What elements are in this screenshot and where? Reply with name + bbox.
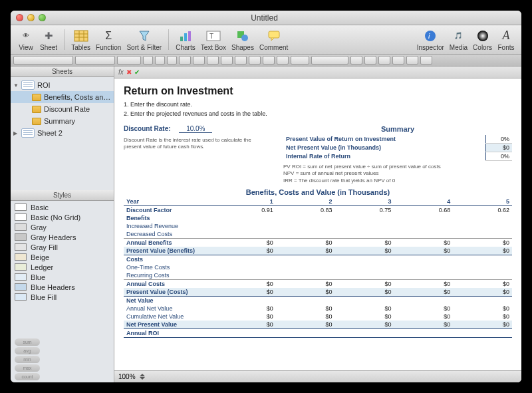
table-row[interactable]: Net Present Value$0$0$0$0$0 bbox=[124, 321, 512, 329]
pill-max[interactable]: max bbox=[15, 364, 40, 372]
pill-avg[interactable]: avg bbox=[15, 347, 40, 354]
style-swatch-icon bbox=[15, 223, 27, 231]
table-row[interactable]: Decreased Costs bbox=[124, 230, 512, 239]
toolbar: 👁View ➕Sheet Tables ΣFunction Sort & Fil… bbox=[11, 25, 521, 55]
formula-bar[interactable]: fx ✖ ✔ bbox=[114, 66, 521, 78]
valign-middle-button[interactable] bbox=[263, 56, 275, 65]
style-swatch-icon bbox=[15, 263, 27, 271]
close-icon[interactable] bbox=[16, 14, 23, 21]
table-row[interactable]: Net Value bbox=[124, 297, 512, 305]
titlebar[interactable]: Untitled bbox=[11, 11, 521, 25]
minimize-icon[interactable] bbox=[27, 14, 35, 21]
table-row[interactable]: Present Value (Benefits)$0$0$0$0$0 bbox=[124, 247, 512, 255]
sheet-icon bbox=[21, 128, 35, 138]
align-justify-button[interactable] bbox=[235, 56, 247, 65]
comment-button[interactable]: Comment bbox=[257, 27, 291, 53]
table-discount-rate[interactable]: Discount Rate bbox=[11, 103, 114, 115]
table-row[interactable]: Recurring Costs bbox=[124, 271, 512, 280]
italic-button[interactable] bbox=[155, 56, 165, 65]
main-table[interactable]: Year12345Discount Factor0.910.830.750.68… bbox=[124, 197, 512, 338]
style-beige[interactable]: Beige bbox=[11, 252, 114, 262]
style-basic[interactable]: Basic bbox=[11, 202, 114, 212]
sheet-roi[interactable]: ▼ROI bbox=[11, 79, 114, 91]
style-swatch-icon bbox=[15, 273, 27, 281]
sheet-icon bbox=[21, 80, 35, 90]
number-format-select[interactable] bbox=[311, 56, 348, 65]
table-row[interactable]: Increased Revenue bbox=[124, 222, 512, 230]
textbox-button[interactable]: TText Box bbox=[198, 27, 229, 53]
style-basic-no-grid-[interactable]: Basic (No Grid) bbox=[11, 212, 114, 222]
underline-button[interactable] bbox=[167, 56, 177, 65]
table-summary[interactable]: Summary bbox=[11, 115, 114, 127]
zoom-icon[interactable] bbox=[39, 14, 46, 21]
valign-top-button[interactable] bbox=[249, 56, 261, 65]
table-row[interactable]: Discount Factor0.910.830.750.680.62 bbox=[124, 206, 512, 215]
table-row[interactable]: Annual ROI bbox=[124, 329, 512, 338]
font-family-select[interactable] bbox=[13, 56, 73, 65]
border-button[interactable] bbox=[364, 56, 376, 65]
table-row[interactable]: Annual Net Value$0$0$0$0$0 bbox=[124, 305, 512, 313]
fill-color-button[interactable] bbox=[350, 56, 362, 65]
pill-count[interactable]: count bbox=[15, 373, 40, 380]
table-benefits-costs[interactable]: Benefits, Costs an… bbox=[11, 91, 114, 103]
page-title: Return on Investment bbox=[124, 85, 512, 97]
shapes-button[interactable]: Shapes bbox=[229, 27, 257, 53]
sheet-button[interactable]: ➕Sheet bbox=[37, 27, 60, 53]
style-swatch-icon bbox=[15, 213, 27, 221]
table-row[interactable]: Benefits bbox=[124, 214, 512, 222]
align-center-button[interactable] bbox=[207, 56, 219, 65]
table-row[interactable]: One-Time Costs bbox=[124, 263, 512, 271]
sidebar: Sheets ▼ROI Benefits, Costs an… Discount… bbox=[11, 66, 114, 382]
font-size-select[interactable] bbox=[117, 56, 141, 65]
inspector-button[interactable]: iInspector bbox=[414, 27, 447, 53]
text-color-button[interactable] bbox=[179, 56, 191, 65]
tables-button[interactable]: Tables bbox=[68, 27, 93, 53]
svg-text:T: T bbox=[209, 33, 213, 40]
style-gray-fill[interactable]: Gray Fill bbox=[11, 242, 114, 252]
charts-button[interactable]: Charts bbox=[173, 27, 198, 53]
cancel-formula-icon[interactable]: ✖ bbox=[126, 68, 132, 76]
disclosure-triangle-icon[interactable]: ▼ bbox=[13, 82, 19, 88]
border-color-button[interactable] bbox=[392, 56, 404, 65]
zoom-stepper[interactable] bbox=[140, 373, 147, 380]
font-style-select[interactable] bbox=[75, 56, 115, 65]
view-button[interactable]: 👁View bbox=[15, 27, 37, 53]
border-style-button[interactable] bbox=[378, 56, 390, 65]
colors-button[interactable]: Colors bbox=[470, 27, 495, 53]
svg-point-11 bbox=[241, 35, 248, 41]
style-blue[interactable]: Blue bbox=[11, 272, 114, 282]
zoom-value[interactable]: 100% bbox=[118, 373, 136, 380]
table-row[interactable]: Costs bbox=[124, 255, 512, 264]
sheet-2[interactable]: ▶Sheet 2 bbox=[11, 127, 114, 139]
table-row[interactable]: Cumulative Net Value$0$0$0$0$0 bbox=[124, 313, 512, 321]
align-left-button[interactable] bbox=[193, 56, 205, 65]
wrap-button[interactable] bbox=[291, 56, 309, 65]
style-blue-fill[interactable]: Blue Fill bbox=[11, 292, 114, 302]
fonts-button[interactable]: AFonts bbox=[495, 27, 517, 53]
sort-filter-button[interactable]: Sort & Filter bbox=[124, 27, 164, 53]
table-row[interactable]: Annual Benefits$0$0$0$0$0 bbox=[124, 239, 512, 247]
media-button[interactable]: 🎵Media bbox=[447, 27, 470, 53]
back-button[interactable] bbox=[420, 56, 432, 65]
bold-button[interactable] bbox=[143, 56, 153, 65]
style-gray[interactable]: Gray bbox=[11, 222, 114, 232]
pill-min[interactable]: min bbox=[15, 356, 40, 363]
discount-rate-value[interactable]: 10.0% bbox=[179, 125, 212, 133]
style-ledger[interactable]: Ledger bbox=[11, 262, 114, 272]
valign-bottom-button[interactable] bbox=[277, 56, 289, 65]
accept-formula-icon[interactable]: ✔ bbox=[134, 68, 140, 76]
styles-list: BasicBasic (No Grid)GrayGray HeadersGray… bbox=[11, 201, 114, 336]
fx-label: fx bbox=[118, 68, 124, 76]
style-swatch-icon bbox=[15, 253, 27, 261]
align-right-button[interactable] bbox=[221, 56, 233, 65]
disclosure-triangle-icon[interactable]: ▶ bbox=[13, 130, 19, 136]
table-row[interactable]: Present Value (Costs)$0$0$0$0$0 bbox=[124, 288, 512, 297]
style-gray-headers[interactable]: Gray Headers bbox=[11, 232, 114, 242]
svg-rect-6 bbox=[184, 33, 187, 41]
style-blue-headers[interactable]: Blue Headers bbox=[11, 282, 114, 292]
front-button[interactable] bbox=[406, 56, 418, 65]
document-canvas[interactable]: Return on Investment 1. Enter the discou… bbox=[114, 78, 521, 370]
table-row[interactable]: Annual Costs$0$0$0$0$0 bbox=[124, 280, 512, 289]
function-button[interactable]: ΣFunction bbox=[93, 27, 124, 53]
pill-sum[interactable]: sum bbox=[15, 338, 40, 346]
